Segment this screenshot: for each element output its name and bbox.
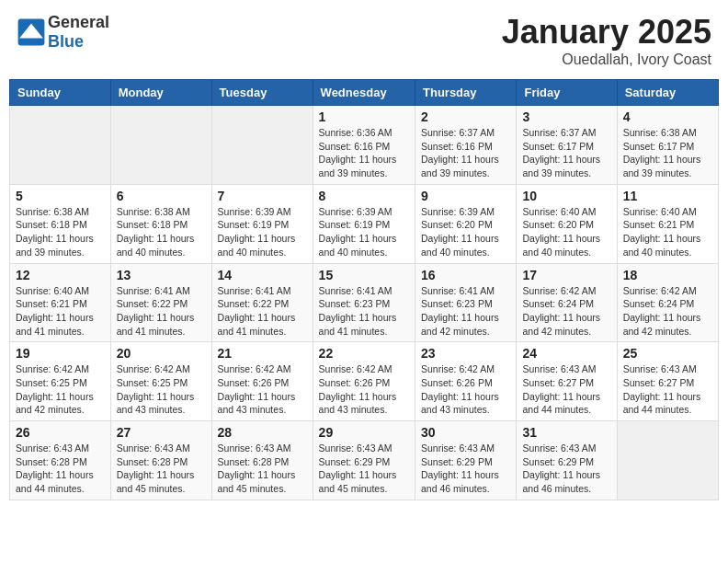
day-number: 16 xyxy=(421,268,510,282)
calendar-cell: 12Sunrise: 6:40 AM Sunset: 6:21 PM Dayli… xyxy=(10,263,111,342)
calendar-cell xyxy=(10,106,111,185)
day-info: Sunrise: 6:39 AM Sunset: 6:19 PM Dayligh… xyxy=(218,205,307,259)
calendar-cell: 25Sunrise: 6:43 AM Sunset: 6:27 PM Dayli… xyxy=(617,342,718,421)
day-info: Sunrise: 6:43 AM Sunset: 6:27 PM Dayligh… xyxy=(522,362,610,417)
weekday-header-monday: Monday xyxy=(110,80,211,106)
weekday-header-row: SundayMondayTuesdayWednesdayThursdayFrid… xyxy=(10,80,719,106)
calendar-cell: 2Sunrise: 6:37 AM Sunset: 6:16 PM Daylig… xyxy=(415,106,517,185)
day-number: 30 xyxy=(421,425,510,440)
calendar-cell: 5Sunrise: 6:38 AM Sunset: 6:18 PM Daylig… xyxy=(10,184,111,263)
calendar-cell: 23Sunrise: 6:42 AM Sunset: 6:26 PM Dayli… xyxy=(415,342,517,421)
calendar-week-row: 1Sunrise: 6:36 AM Sunset: 6:16 PM Daylig… xyxy=(10,106,719,185)
day-info: Sunrise: 6:43 AM Sunset: 6:29 PM Dayligh… xyxy=(319,442,409,496)
day-number: 8 xyxy=(319,189,409,203)
logo-icon xyxy=(17,17,46,47)
weekday-header-sunday: Sunday xyxy=(10,80,111,106)
day-number: 22 xyxy=(319,346,409,361)
calendar-week-row: 19Sunrise: 6:42 AM Sunset: 6:25 PM Dayli… xyxy=(10,342,719,421)
day-number: 27 xyxy=(117,425,206,440)
calendar-cell: 6Sunrise: 6:38 AM Sunset: 6:18 PM Daylig… xyxy=(110,184,211,263)
day-number: 19 xyxy=(16,346,105,361)
month-title: January 2025 xyxy=(502,13,711,52)
day-number: 2 xyxy=(421,109,510,124)
calendar-cell: 18Sunrise: 6:42 AM Sunset: 6:24 PM Dayli… xyxy=(617,263,718,342)
day-info: Sunrise: 6:43 AM Sunset: 6:29 PM Dayligh… xyxy=(421,442,510,496)
day-info: Sunrise: 6:42 AM Sunset: 6:25 PM Dayligh… xyxy=(16,362,105,417)
calendar-cell xyxy=(617,421,718,500)
day-info: Sunrise: 6:42 AM Sunset: 6:26 PM Dayligh… xyxy=(421,362,510,417)
calendar-cell xyxy=(211,106,313,185)
day-info: Sunrise: 6:40 AM Sunset: 6:21 PM Dayligh… xyxy=(623,205,712,259)
day-number: 6 xyxy=(117,189,206,203)
day-info: Sunrise: 6:41 AM Sunset: 6:22 PM Dayligh… xyxy=(218,284,307,339)
day-info: Sunrise: 6:42 AM Sunset: 6:25 PM Dayligh… xyxy=(117,362,206,417)
calendar-cell: 11Sunrise: 6:40 AM Sunset: 6:21 PM Dayli… xyxy=(617,184,718,263)
calendar-cell: 29Sunrise: 6:43 AM Sunset: 6:29 PM Dayli… xyxy=(313,421,415,500)
day-info: Sunrise: 6:43 AM Sunset: 6:28 PM Dayligh… xyxy=(117,442,206,496)
calendar-cell: 3Sunrise: 6:37 AM Sunset: 6:17 PM Daylig… xyxy=(517,106,617,185)
weekday-header-thursday: Thursday xyxy=(415,80,517,106)
calendar-cell xyxy=(110,106,211,185)
day-info: Sunrise: 6:36 AM Sunset: 6:16 PM Dayligh… xyxy=(319,126,409,180)
calendar-cell: 24Sunrise: 6:43 AM Sunset: 6:27 PM Dayli… xyxy=(517,342,617,421)
calendar-week-row: 12Sunrise: 6:40 AM Sunset: 6:21 PM Dayli… xyxy=(10,263,719,342)
day-number: 17 xyxy=(522,268,610,282)
day-info: Sunrise: 6:41 AM Sunset: 6:23 PM Dayligh… xyxy=(421,284,510,339)
day-number: 26 xyxy=(16,425,105,440)
weekday-header-friday: Friday xyxy=(517,80,617,106)
day-number: 12 xyxy=(16,268,105,282)
day-info: Sunrise: 6:43 AM Sunset: 6:27 PM Dayligh… xyxy=(623,362,712,417)
day-number: 25 xyxy=(623,346,712,361)
calendar-week-row: 26Sunrise: 6:43 AM Sunset: 6:28 PM Dayli… xyxy=(10,421,719,500)
calendar-cell: 27Sunrise: 6:43 AM Sunset: 6:28 PM Dayli… xyxy=(110,421,211,500)
weekday-header-tuesday: Tuesday xyxy=(211,80,313,106)
location: Ouedallah, Ivory Coast xyxy=(502,52,711,68)
day-info: Sunrise: 6:43 AM Sunset: 6:28 PM Dayligh… xyxy=(218,442,307,496)
day-info: Sunrise: 6:42 AM Sunset: 6:26 PM Dayligh… xyxy=(218,362,307,417)
day-info: Sunrise: 6:41 AM Sunset: 6:22 PM Dayligh… xyxy=(117,284,206,339)
day-info: Sunrise: 6:43 AM Sunset: 6:29 PM Dayligh… xyxy=(522,442,610,496)
day-info: Sunrise: 6:38 AM Sunset: 6:18 PM Dayligh… xyxy=(117,205,206,259)
calendar-cell: 28Sunrise: 6:43 AM Sunset: 6:28 PM Dayli… xyxy=(211,421,313,500)
calendar-cell: 8Sunrise: 6:39 AM Sunset: 6:19 PM Daylig… xyxy=(313,184,415,263)
day-number: 20 xyxy=(117,346,206,361)
day-number: 1 xyxy=(319,109,409,124)
calendar-table: SundayMondayTuesdayWednesdayThursdayFrid… xyxy=(9,79,719,500)
day-number: 7 xyxy=(218,189,307,203)
day-number: 31 xyxy=(522,425,610,440)
calendar-cell: 15Sunrise: 6:41 AM Sunset: 6:23 PM Dayli… xyxy=(313,263,415,342)
calendar-cell: 10Sunrise: 6:40 AM Sunset: 6:20 PM Dayli… xyxy=(517,184,617,263)
day-number: 10 xyxy=(522,189,610,203)
day-info: Sunrise: 6:38 AM Sunset: 6:17 PM Dayligh… xyxy=(623,126,712,180)
day-number: 29 xyxy=(319,425,409,440)
calendar-cell: 19Sunrise: 6:42 AM Sunset: 6:25 PM Dayli… xyxy=(10,342,111,421)
calendar-cell: 13Sunrise: 6:41 AM Sunset: 6:22 PM Dayli… xyxy=(110,263,211,342)
day-number: 5 xyxy=(16,189,105,203)
day-number: 28 xyxy=(218,425,307,440)
day-info: Sunrise: 6:42 AM Sunset: 6:26 PM Dayligh… xyxy=(319,362,409,417)
calendar-cell: 21Sunrise: 6:42 AM Sunset: 6:26 PM Dayli… xyxy=(211,342,313,421)
day-info: Sunrise: 6:43 AM Sunset: 6:28 PM Dayligh… xyxy=(16,442,105,496)
page-header: General Blue January 2025 Ouedallah, Ivo… xyxy=(9,9,719,72)
calendar-cell: 7Sunrise: 6:39 AM Sunset: 6:19 PM Daylig… xyxy=(211,184,313,263)
day-number: 15 xyxy=(319,268,409,282)
day-number: 4 xyxy=(623,109,712,124)
calendar-cell: 1Sunrise: 6:36 AM Sunset: 6:16 PM Daylig… xyxy=(313,106,415,185)
weekday-header-wednesday: Wednesday xyxy=(313,80,415,106)
day-info: Sunrise: 6:42 AM Sunset: 6:24 PM Dayligh… xyxy=(623,284,712,339)
logo-blue-text: Blue xyxy=(48,32,109,52)
calendar-cell: 16Sunrise: 6:41 AM Sunset: 6:23 PM Dayli… xyxy=(415,263,517,342)
day-info: Sunrise: 6:42 AM Sunset: 6:24 PM Dayligh… xyxy=(522,284,610,339)
day-info: Sunrise: 6:39 AM Sunset: 6:19 PM Dayligh… xyxy=(319,205,409,259)
calendar-week-row: 5Sunrise: 6:38 AM Sunset: 6:18 PM Daylig… xyxy=(10,184,719,263)
day-number: 18 xyxy=(623,268,712,282)
day-info: Sunrise: 6:37 AM Sunset: 6:16 PM Dayligh… xyxy=(421,126,510,180)
calendar-cell: 26Sunrise: 6:43 AM Sunset: 6:28 PM Dayli… xyxy=(10,421,111,500)
day-info: Sunrise: 6:40 AM Sunset: 6:20 PM Dayligh… xyxy=(522,205,610,259)
logo: General Blue xyxy=(17,13,109,52)
calendar-cell: 22Sunrise: 6:42 AM Sunset: 6:26 PM Dayli… xyxy=(313,342,415,421)
day-info: Sunrise: 6:38 AM Sunset: 6:18 PM Dayligh… xyxy=(16,205,105,259)
day-number: 23 xyxy=(421,346,510,361)
day-number: 21 xyxy=(218,346,307,361)
day-number: 13 xyxy=(117,268,206,282)
